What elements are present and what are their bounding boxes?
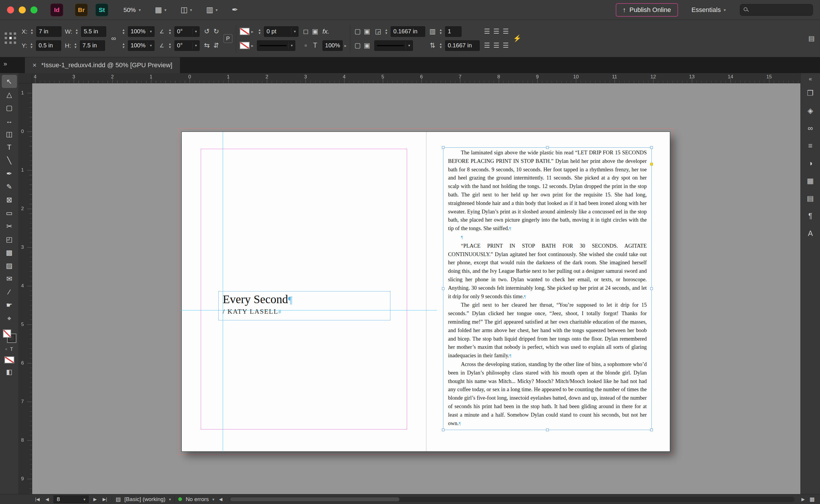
color-panel[interactable]: ◑ [803, 156, 817, 170]
line-tool[interactable]: ╲ [2, 154, 17, 167]
publish-online-button[interactable]: ↑ Publish Online [616, 3, 678, 17]
frame-handle[interactable] [650, 287, 653, 290]
formatting-affects-container-icon[interactable]: ▫ [5, 346, 7, 352]
rectangle-frame-tool[interactable]: ⊠ [2, 193, 17, 206]
scale-y-stepper[interactable]: ▲▼ [121, 42, 126, 49]
free-transform-tool[interactable]: ◰ [2, 233, 17, 246]
flip-vertical-icon[interactable]: ⇵ [213, 42, 220, 49]
gutter-stepper[interactable]: ▲▼ [438, 42, 443, 49]
chevron-down-icon[interactable]: ▾ [147, 28, 152, 35]
content-collector-tool[interactable]: ◫ [2, 127, 17, 141]
scroll-left-arrow[interactable]: ◀ [218, 497, 224, 502]
zoom-level-dropdown[interactable]: 50% ▾ [123, 6, 141, 13]
cc-libraries-panel[interactable]: ▤ [803, 191, 817, 205]
formatting-affects-text-icon[interactable]: T [10, 346, 13, 352]
zoom-tool[interactable]: ⌖ [2, 312, 17, 325]
flip-horizontal-icon[interactable]: ⇆ [203, 42, 211, 49]
selection-tool[interactable]: ↖ [2, 75, 17, 88]
close-window-button[interactable] [7, 6, 14, 13]
screen-mode-menu[interactable]: ◫ ▾ [180, 5, 192, 14]
statusbar-corner-icon[interactable]: ▦ [809, 496, 815, 503]
paragraph-styles-panel[interactable]: ¶ [803, 209, 817, 222]
align-right-icon[interactable]: ☰ [502, 27, 509, 35]
align-top-icon[interactable]: ☰ [483, 42, 491, 49]
y-stepper[interactable]: ▲▼ [29, 42, 34, 49]
chevron-down-icon[interactable]: ▾ [192, 42, 197, 49]
page-tool[interactable]: ▢ [2, 101, 17, 114]
title-text-frame[interactable]: Every Second¶ / KATY LASELL# [218, 291, 390, 320]
fill-proxy-swatch[interactable] [3, 329, 11, 338]
select-container-icon[interactable]: ◻ [302, 27, 310, 35]
chevron-down-icon[interactable]: ▾ [288, 42, 293, 49]
vertical-ruler[interactable]: 1 0 1 2 3 4 5 6 7 8 9 [19, 83, 32, 494]
flyout-icon[interactable]: ▸ [252, 29, 254, 34]
wrap-none-icon[interactable]: ▢ [354, 27, 361, 35]
stroke-panel[interactable]: ≡ [803, 139, 817, 152]
workspace-switcher[interactable]: Essentials ▾ [692, 6, 726, 14]
inset-stepper[interactable]: ▲▼ [384, 28, 389, 34]
fill-swatch[interactable] [240, 28, 250, 35]
links-panel[interactable]: ∞ [803, 121, 817, 135]
hand-tool[interactable]: ☛ [2, 298, 17, 312]
frame-handle[interactable] [442, 146, 445, 149]
x-position-field[interactable]: 7 in [36, 26, 61, 37]
wrap-around-icon[interactable]: ▣ [363, 27, 371, 35]
stroke-weight-field[interactable]: 0 pt▾ [264, 26, 299, 37]
layers-panel[interactable]: ◈ [803, 104, 817, 117]
align-center-icon[interactable]: ☰ [492, 27, 500, 35]
horizontal-scrollbar[interactable] [230, 497, 794, 502]
y-position-field[interactable]: 0.5 in [36, 40, 61, 51]
pages-panel[interactable]: ❐ [803, 86, 817, 100]
x-stepper[interactable]: ▲▼ [29, 28, 35, 34]
scale-x-field[interactable]: 100%▾ [128, 26, 154, 37]
panel-menu-icon[interactable]: ▤ [808, 34, 815, 42]
shear-stepper[interactable]: ▲▼ [167, 42, 173, 49]
gap-tool[interactable]: ↔ [2, 114, 17, 127]
page-spread[interactable]: Every Second¶ / KATY LASELL# The laminat… [181, 132, 670, 452]
eyedropper-tool[interactable]: ∕ [2, 285, 17, 298]
rotation-angle-field[interactable]: 0°▾ [174, 26, 199, 37]
gradient-swatch-tool[interactable]: ▩ [2, 246, 17, 259]
h-stepper[interactable]: ▲▼ [73, 42, 78, 49]
stroke-weight-stepper[interactable]: ▲▼ [257, 28, 262, 34]
expand-dock-chevron[interactable]: « [809, 75, 812, 82]
fill-stroke-proxy[interactable] [3, 329, 16, 342]
quick-apply-icon[interactable]: ⚡ [513, 34, 521, 42]
frame-handle[interactable] [546, 146, 549, 149]
swatches-panel[interactable]: ▦ [803, 174, 817, 187]
chevron-down-icon[interactable]: ▾ [213, 497, 215, 502]
pencil-tool[interactable]: ✎ [2, 180, 17, 193]
character-styles-panel[interactable]: A [803, 227, 817, 240]
inset-field[interactable]: 0.1667 in [391, 26, 425, 37]
height-field[interactable]: 7.5 in [80, 40, 105, 51]
pasteboard[interactable]: Every Second¶ / KATY LASELL# The laminat… [32, 83, 800, 494]
reference-point-proxy[interactable] [5, 32, 17, 45]
frame-handle[interactable] [650, 146, 653, 149]
frame-handle[interactable] [650, 429, 653, 431]
align-left-icon[interactable]: ☰ [483, 27, 491, 35]
flyout-icon[interactable]: ▸ [345, 43, 347, 48]
scale-x-stepper[interactable]: ▲▼ [121, 28, 126, 34]
screen-mode-icon[interactable]: ◧ [6, 368, 13, 376]
frame-handle[interactable] [442, 287, 445, 290]
stroke-swatch[interactable] [240, 42, 250, 49]
minimize-window-button[interactable] [19, 6, 26, 13]
align-middle-icon[interactable]: ☰ [492, 42, 500, 49]
shear-angle-field[interactable]: 0°▾ [174, 40, 199, 51]
preflight-menu-icon[interactable]: ▤ [116, 496, 121, 503]
chevron-down-icon[interactable]: ▾ [192, 28, 197, 35]
chevron-down-icon[interactable]: ▾ [406, 42, 410, 49]
flyout-icon[interactable]: ▸ [252, 43, 254, 48]
scale-y-field[interactable]: 100%▾ [128, 40, 154, 51]
expand-left-rail-chevron[interactable]: » [4, 60, 7, 68]
preflight-status-text[interactable]: No errors [185, 496, 209, 503]
select-content-icon[interactable]: ▣ [311, 27, 319, 35]
note-tool[interactable]: ✉ [2, 272, 17, 285]
next-page-button[interactable]: ▶ [92, 497, 98, 502]
arrange-documents-menu[interactable]: ▥ ▾ [206, 5, 218, 14]
constrain-proportions-icon[interactable]: ∞ [110, 34, 117, 42]
first-page-button[interactable]: |◀ [34, 497, 41, 502]
last-page-button[interactable]: ▶| [101, 497, 108, 502]
type-tool[interactable]: T [2, 141, 17, 154]
w-stepper[interactable]: ▲▼ [74, 28, 79, 34]
